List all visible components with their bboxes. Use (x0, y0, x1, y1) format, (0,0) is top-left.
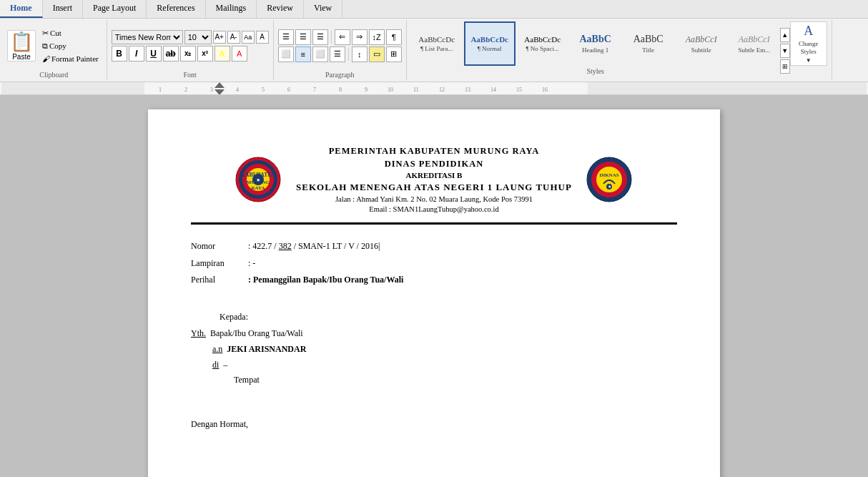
border-button[interactable]: ⊞ (386, 46, 402, 62)
cut-button[interactable]: ✂ Cut (40, 28, 101, 39)
font-family-select[interactable]: Times New Rom (112, 30, 183, 44)
style-normal[interactable]: AaBbCcDc ¶ Normal (464, 21, 516, 66)
letter-body[interactable]: Nomor : 422.7 / 382 / SMAN-1 LT / V / 20… (191, 239, 677, 432)
align-right-button[interactable]: ⬜ (312, 46, 328, 62)
underline-button[interactable]: U (146, 46, 162, 62)
tab-view[interactable]: View (304, 0, 342, 18)
clipboard-label: Clipboard (39, 69, 68, 79)
paste-button[interactable]: 📋 Paste (7, 30, 36, 62)
copy-button[interactable]: ⧉ Copy (40, 41, 101, 51)
bullets-button[interactable]: ☰ (278, 29, 294, 45)
svg-text:2: 2 (184, 87, 187, 93)
yth-line: Yth. Bapak/Ibu Orang Tua/Wali (191, 326, 677, 342)
svg-text:10: 10 (388, 87, 393, 93)
svg-text:4: 4 (236, 87, 239, 93)
show-para-button[interactable]: ¶ (386, 29, 402, 45)
svg-text:9: 9 (365, 87, 368, 93)
tab-references[interactable]: References (147, 0, 205, 18)
highlight-color-button[interactable]: A (214, 46, 230, 62)
multilevel-button[interactable]: ☰ (312, 29, 328, 45)
decrease-indent-button[interactable]: ⇐ (335, 29, 350, 45)
di-line: di – (191, 358, 677, 373)
an-label: a.n (212, 342, 222, 358)
style-title[interactable]: AaBbC Title (623, 21, 674, 66)
tab-insert[interactable]: Insert (43, 0, 83, 18)
subscript-button[interactable]: x₂ (180, 46, 196, 62)
change-styles-icon: A (804, 24, 813, 39)
styles-more[interactable]: ⊞ (780, 59, 790, 74)
header-address: Jalan : Ahmad Yani Km. 2 No. 02 Muara La… (296, 195, 572, 205)
svg-text:16: 16 (542, 87, 548, 93)
styles-scroll-down[interactable]: ▼ (780, 44, 790, 58)
di-label: di (212, 358, 219, 373)
nomor-ref: 382 (279, 241, 292, 251)
header-line2: DINAS PENDIDIKAN (296, 158, 572, 171)
nomor-field: Nomor : 422.7 / 382 / SMAN-1 LT / V / 20… (191, 239, 677, 255)
font-size-select[interactable]: 10 (184, 30, 212, 44)
header-text-block: PEMERINTAH KABUPATEN MURUNG RAYA DINAS P… (296, 145, 572, 215)
italic-button[interactable]: I (129, 46, 144, 62)
increase-indent-button[interactable]: ⇒ (352, 29, 368, 45)
font-shrink-button[interactable]: A- (227, 31, 240, 44)
font-label: Font (184, 69, 197, 79)
styles-scroll-up[interactable]: ▲ (780, 28, 790, 42)
letter-header: KABUPATEN MURUNG RAYA ★ PEMERINTAH KABUP… (191, 145, 677, 225)
svg-text:13: 13 (465, 87, 470, 93)
bold-button[interactable]: B (112, 46, 127, 62)
page-area: KABUPATEN MURUNG RAYA ★ PEMERINTAH KABUP… (0, 95, 868, 477)
right-logo: DIKNAS ★ (586, 157, 633, 203)
superscript-button[interactable]: x² (197, 46, 213, 62)
recipient-block: Kepada: Yth. Bapak/Ibu Orang Tua/Wali a.… (191, 310, 677, 388)
paste-label: Paste (12, 53, 31, 61)
ribbon: Home Insert Page Layout References Maili… (0, 0, 868, 82)
strikethrough-button[interactable]: ab (163, 46, 179, 62)
dengan-hormat-text: Dengan Hormat, (191, 419, 248, 429)
tab-page-layout[interactable]: Page Layout (83, 0, 147, 18)
svg-text:1: 1 (159, 87, 162, 93)
numbering-button[interactable]: ☰ (295, 29, 311, 45)
paragraph-label: Paragraph (325, 69, 355, 79)
tab-mailings[interactable]: Mailings (206, 0, 257, 18)
document-page[interactable]: KABUPATEN MURUNG RAYA ★ PEMERINTAH KABUP… (148, 109, 720, 477)
kepada-label: Kepada: (220, 312, 248, 322)
shading-button[interactable]: ▭ (369, 46, 385, 62)
font-group: Times New Rom 10 A+ A- Aa A B I U (107, 20, 274, 80)
copy-icon: ⧉ (42, 41, 48, 51)
text-effects-button[interactable]: A (256, 31, 269, 44)
clipboard-group: 📋 Paste ✂ Cut ⧉ Copy 🖌 Format (3, 20, 107, 80)
clear-format-button[interactable]: Aa (242, 31, 255, 44)
perihal-value: : Pemanggilan Bapak/Ibu Orang Tua/Wali (248, 272, 677, 288)
tab-review[interactable]: Review (257, 0, 304, 18)
font-grow-button[interactable]: A+ (213, 31, 226, 44)
format-painter-button[interactable]: 🖌 Format Painter (40, 54, 101, 64)
style-subtitle[interactable]: AaBbCcI Subtitle (676, 21, 727, 66)
style-no-spacing[interactable]: AaBbCcDc ¶ No Spaci... (517, 21, 568, 66)
align-center-button[interactable]: ≡ (295, 46, 311, 62)
font-color-button[interactable]: A (232, 46, 247, 62)
styles-group-label: Styles (411, 66, 780, 75)
header-line1: PEMERINTAH KABUPATEN MURUNG RAYA (296, 145, 572, 158)
lampiran-field: Lampiran : - (191, 256, 677, 272)
tab-home[interactable]: Home (0, 0, 43, 18)
align-left-button[interactable]: ⬜ (278, 46, 294, 62)
style-heading1[interactable]: AaBbC Heading 1 (570, 21, 621, 66)
justify-button[interactable]: ☰ (330, 46, 345, 62)
ribbon-body: 📋 Paste ✂ Cut ⧉ Copy 🖌 Format (0, 19, 868, 82)
sort-button[interactable]: ↕Z (369, 29, 385, 45)
style-list-para[interactable]: AaBbCcDc ¶ List Para... (411, 21, 463, 66)
line-spacing-button[interactable]: ↕ (352, 46, 368, 62)
svg-text:11: 11 (413, 87, 419, 93)
change-styles-arrow: ▼ (806, 57, 812, 64)
paste-icon: 📋 (10, 31, 33, 53)
lampiran-value: : - (248, 256, 255, 272)
ribbon-tab-bar: Home Insert Page Layout References Maili… (0, 0, 868, 19)
style-subtle-em[interactable]: AaBbCcI Subtle Em... (729, 21, 780, 66)
perihal-field: Perihal : Pemanggilan Bapak/Ibu Orang Tu… (191, 272, 677, 288)
styles-nav: ▲ ▼ ⊞ (780, 21, 790, 80)
header-line3: AKREDITASI B (296, 170, 572, 181)
change-styles-button[interactable]: A ChangeStyles ▼ (790, 21, 827, 66)
change-styles-label: ChangeStyles (799, 40, 819, 56)
ruler-svg: 1 2 3 4 5 6 7 8 9 10 11 12 13 14 15 16 (1, 82, 867, 94)
perihal-label: Perihal (191, 272, 248, 288)
svg-text:★: ★ (256, 177, 260, 183)
